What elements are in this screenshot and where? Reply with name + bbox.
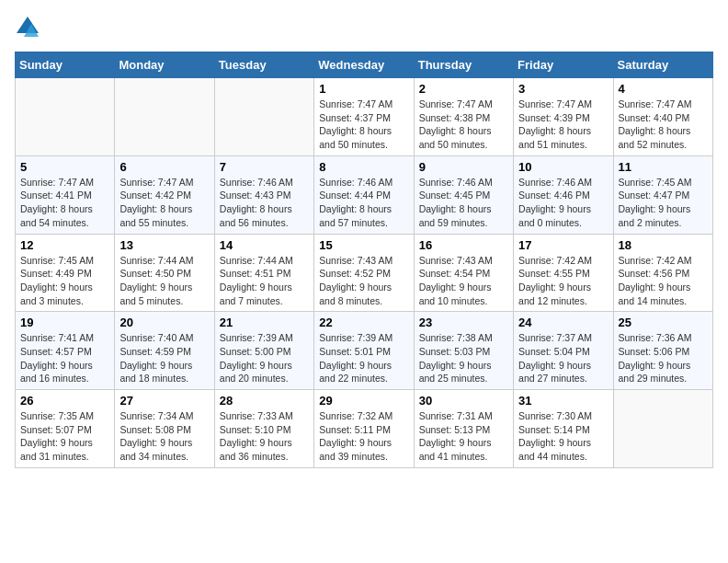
day-info: Sunrise: 7:46 AM Sunset: 4:44 PM Dayligh… (319, 177, 392, 228)
day-info: Sunrise: 7:44 AM Sunset: 4:51 PM Dayligh… (220, 255, 293, 306)
calendar-cell: 7Sunrise: 7:46 AM Sunset: 4:43 PM Daylig… (214, 155, 313, 234)
day-number: 16 (419, 238, 508, 252)
day-number: 22 (319, 316, 408, 329)
calendar-cell: 24Sunrise: 7:37 AM Sunset: 5:04 PM Dayli… (514, 312, 613, 390)
calendar-cell (613, 390, 712, 468)
day-number: 28 (220, 394, 309, 408)
calendar-cell: 21Sunrise: 7:39 AM Sunset: 5:00 PM Dayli… (214, 312, 313, 390)
weekday-header-saturday: Saturday (613, 52, 712, 78)
day-info: Sunrise: 7:42 AM Sunset: 4:56 PM Dayligh… (619, 255, 692, 306)
calendar-cell: 9Sunrise: 7:46 AM Sunset: 4:45 PM Daylig… (414, 155, 513, 234)
day-number: 31 (518, 394, 608, 408)
weekday-header-friday: Friday (514, 52, 613, 78)
day-number: 11 (619, 160, 708, 174)
calendar-cell: 31Sunrise: 7:30 AM Sunset: 5:14 PM Dayli… (514, 390, 613, 468)
day-info: Sunrise: 7:45 AM Sunset: 4:47 PM Dayligh… (619, 177, 692, 228)
day-info: Sunrise: 7:47 AM Sunset: 4:37 PM Dayligh… (319, 98, 392, 150)
day-info: Sunrise: 7:42 AM Sunset: 4:55 PM Dayligh… (518, 255, 592, 306)
day-number: 4 (619, 82, 708, 96)
calendar-cell: 8Sunrise: 7:46 AM Sunset: 4:44 PM Daylig… (314, 155, 414, 234)
day-info: Sunrise: 7:46 AM Sunset: 4:43 PM Dayligh… (220, 177, 293, 228)
weekday-header-monday: Monday (115, 52, 214, 78)
calendar-week-row: 12Sunrise: 7:45 AM Sunset: 4:49 PM Dayli… (16, 234, 713, 312)
day-number: 18 (619, 238, 708, 252)
day-number: 9 (419, 160, 508, 174)
calendar-cell: 27Sunrise: 7:34 AM Sunset: 5:08 PM Dayli… (115, 390, 214, 468)
calendar-cell: 3Sunrise: 7:47 AM Sunset: 4:39 PM Daylig… (514, 78, 613, 156)
day-number: 30 (419, 394, 508, 408)
day-info: Sunrise: 7:43 AM Sunset: 4:54 PM Dayligh… (419, 255, 493, 306)
calendar-cell: 13Sunrise: 7:44 AM Sunset: 4:50 PM Dayli… (115, 234, 214, 312)
day-number: 2 (419, 82, 508, 96)
day-number: 27 (119, 394, 209, 408)
day-info: Sunrise: 7:36 AM Sunset: 5:06 PM Dayligh… (619, 332, 692, 384)
weekday-header-sunday: Sunday (16, 52, 115, 78)
calendar-cell (115, 78, 214, 156)
calendar-cell: 30Sunrise: 7:31 AM Sunset: 5:13 PM Dayli… (414, 390, 513, 468)
day-number: 23 (419, 316, 508, 329)
day-info: Sunrise: 7:39 AM Sunset: 5:00 PM Dayligh… (220, 332, 293, 384)
calendar-cell: 26Sunrise: 7:35 AM Sunset: 5:07 PM Dayli… (16, 390, 115, 468)
day-info: Sunrise: 7:39 AM Sunset: 5:01 PM Dayligh… (319, 332, 392, 384)
calendar-cell: 1Sunrise: 7:47 AM Sunset: 4:37 PM Daylig… (314, 78, 414, 156)
calendar-cell: 29Sunrise: 7:32 AM Sunset: 5:11 PM Dayli… (314, 390, 414, 468)
calendar-week-row: 19Sunrise: 7:41 AM Sunset: 4:57 PM Dayli… (16, 312, 713, 390)
day-number: 15 (319, 238, 408, 252)
day-info: Sunrise: 7:30 AM Sunset: 5:14 PM Dayligh… (518, 410, 592, 462)
day-info: Sunrise: 7:34 AM Sunset: 5:08 PM Dayligh… (119, 410, 193, 462)
logo (15, 15, 44, 40)
day-info: Sunrise: 7:47 AM Sunset: 4:39 PM Dayligh… (518, 98, 592, 150)
calendar-cell: 4Sunrise: 7:47 AM Sunset: 4:40 PM Daylig… (613, 78, 712, 156)
day-number: 21 (220, 316, 309, 329)
calendar-cell: 18Sunrise: 7:42 AM Sunset: 4:56 PM Dayli… (613, 234, 712, 312)
day-number: 6 (119, 160, 209, 174)
calendar-cell: 6Sunrise: 7:47 AM Sunset: 4:42 PM Daylig… (115, 155, 214, 234)
day-number: 26 (20, 394, 109, 408)
day-info: Sunrise: 7:45 AM Sunset: 4:49 PM Dayligh… (20, 255, 94, 306)
day-info: Sunrise: 7:31 AM Sunset: 5:13 PM Dayligh… (419, 410, 493, 462)
day-number: 12 (20, 238, 109, 252)
calendar-cell: 22Sunrise: 7:39 AM Sunset: 5:01 PM Dayli… (314, 312, 414, 390)
day-info: Sunrise: 7:47 AM Sunset: 4:41 PM Dayligh… (20, 177, 94, 228)
day-number: 25 (619, 316, 708, 329)
logo-icon (15, 15, 40, 40)
day-number: 20 (119, 316, 209, 329)
day-number: 10 (518, 160, 608, 174)
calendar-cell: 10Sunrise: 7:46 AM Sunset: 4:46 PM Dayli… (514, 155, 613, 234)
calendar-cell: 12Sunrise: 7:45 AM Sunset: 4:49 PM Dayli… (16, 234, 115, 312)
day-number: 13 (119, 238, 209, 252)
day-number: 7 (220, 160, 309, 174)
calendar-cell: 2Sunrise: 7:47 AM Sunset: 4:38 PM Daylig… (414, 78, 513, 156)
day-number: 29 (319, 394, 408, 408)
day-info: Sunrise: 7:43 AM Sunset: 4:52 PM Dayligh… (319, 255, 392, 306)
day-number: 8 (319, 160, 408, 174)
calendar-cell: 5Sunrise: 7:47 AM Sunset: 4:41 PM Daylig… (16, 155, 115, 234)
day-number: 24 (518, 316, 608, 329)
page-header (15, 15, 713, 40)
calendar-cell (16, 78, 115, 156)
day-info: Sunrise: 7:38 AM Sunset: 5:03 PM Dayligh… (419, 332, 493, 384)
day-info: Sunrise: 7:41 AM Sunset: 4:57 PM Dayligh… (20, 332, 94, 384)
calendar-table: SundayMondayTuesdayWednesdayThursdayFrid… (15, 52, 713, 468)
weekday-header-row: SundayMondayTuesdayWednesdayThursdayFrid… (16, 52, 713, 78)
calendar-cell: 19Sunrise: 7:41 AM Sunset: 4:57 PM Dayli… (16, 312, 115, 390)
calendar-week-row: 5Sunrise: 7:47 AM Sunset: 4:41 PM Daylig… (16, 155, 713, 234)
weekday-header-wednesday: Wednesday (314, 52, 414, 78)
day-info: Sunrise: 7:37 AM Sunset: 5:04 PM Dayligh… (518, 332, 592, 384)
day-number: 14 (220, 238, 309, 252)
calendar-cell: 20Sunrise: 7:40 AM Sunset: 4:59 PM Dayli… (115, 312, 214, 390)
day-info: Sunrise: 7:46 AM Sunset: 4:45 PM Dayligh… (419, 177, 493, 228)
day-info: Sunrise: 7:40 AM Sunset: 4:59 PM Dayligh… (119, 332, 193, 384)
day-info: Sunrise: 7:32 AM Sunset: 5:11 PM Dayligh… (319, 410, 392, 462)
calendar-cell: 14Sunrise: 7:44 AM Sunset: 4:51 PM Dayli… (214, 234, 313, 312)
day-info: Sunrise: 7:44 AM Sunset: 4:50 PM Dayligh… (119, 255, 193, 306)
weekday-header-thursday: Thursday (414, 52, 513, 78)
day-info: Sunrise: 7:46 AM Sunset: 4:46 PM Dayligh… (518, 177, 592, 228)
calendar-cell: 25Sunrise: 7:36 AM Sunset: 5:06 PM Dayli… (613, 312, 712, 390)
calendar-cell: 23Sunrise: 7:38 AM Sunset: 5:03 PM Dayli… (414, 312, 513, 390)
weekday-header-tuesday: Tuesday (214, 52, 313, 78)
day-number: 19 (20, 316, 109, 329)
day-info: Sunrise: 7:33 AM Sunset: 5:10 PM Dayligh… (220, 410, 293, 462)
day-info: Sunrise: 7:47 AM Sunset: 4:38 PM Dayligh… (419, 98, 493, 150)
calendar-cell: 28Sunrise: 7:33 AM Sunset: 5:10 PM Dayli… (214, 390, 313, 468)
